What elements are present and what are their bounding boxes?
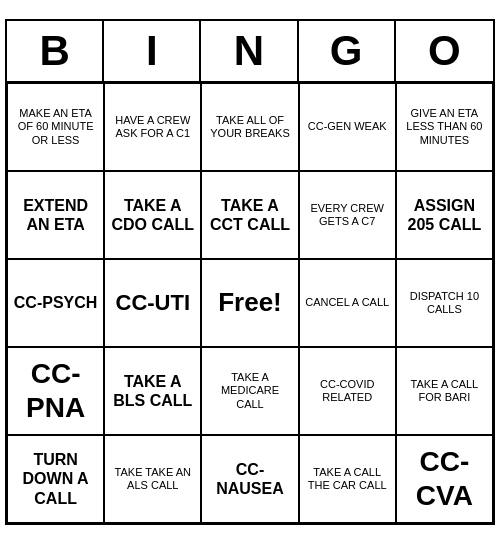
bingo-cell-19: TAKE A CALL FOR BARI: [396, 347, 493, 435]
bingo-cell-23: TAKE A CALL THE CAR CALL: [299, 435, 396, 523]
header-letter-o: O: [396, 21, 493, 81]
bingo-cell-13: CANCEL A CALL: [299, 259, 396, 347]
header-letter-i: I: [104, 21, 201, 81]
bingo-cell-17: TAKE A MEDICARE CALL: [201, 347, 298, 435]
bingo-cell-11: CC-UTI: [104, 259, 201, 347]
bingo-cell-9: ASSIGN 205 CALL: [396, 171, 493, 259]
bingo-cell-2: TAKE ALL OF YOUR BREAKS: [201, 83, 298, 171]
bingo-cell-22: CC-NAUSEA: [201, 435, 298, 523]
header-letter-b: B: [7, 21, 104, 81]
bingo-cell-20: TURN DOWN A CALL: [7, 435, 104, 523]
bingo-cell-4: GIVE AN ETA LESS THAN 60 MINUTES: [396, 83, 493, 171]
bingo-cell-6: TAKE A CDO CALL: [104, 171, 201, 259]
bingo-cell-15: CC-PNA: [7, 347, 104, 435]
header-letter-n: N: [201, 21, 298, 81]
header-letter-g: G: [299, 21, 396, 81]
bingo-cell-5: EXTEND AN ETA: [7, 171, 104, 259]
bingo-header: BINGO: [7, 21, 493, 83]
bingo-cell-3: CC-GEN WEAK: [299, 83, 396, 171]
bingo-cell-18: CC-COVID RELATED: [299, 347, 396, 435]
bingo-cell-16: TAKE A BLS CALL: [104, 347, 201, 435]
bingo-cell-24: CC-CVA: [396, 435, 493, 523]
bingo-cell-7: TAKE A CCT CALL: [201, 171, 298, 259]
bingo-card: BINGO MAKE AN ETA OF 60 MINUTE OR LESSHA…: [5, 19, 495, 525]
bingo-cell-1: HAVE A CREW ASK FOR A C1: [104, 83, 201, 171]
bingo-cell-21: TAKE TAKE AN ALS CALL: [104, 435, 201, 523]
bingo-cell-8: EVERY CREW GETS A C7: [299, 171, 396, 259]
bingo-cell-10: CC-PSYCH: [7, 259, 104, 347]
bingo-cell-12: Free!: [201, 259, 298, 347]
bingo-cell-14: DISPATCH 10 CALLS: [396, 259, 493, 347]
bingo-grid: MAKE AN ETA OF 60 MINUTE OR LESSHAVE A C…: [7, 83, 493, 523]
bingo-cell-0: MAKE AN ETA OF 60 MINUTE OR LESS: [7, 83, 104, 171]
